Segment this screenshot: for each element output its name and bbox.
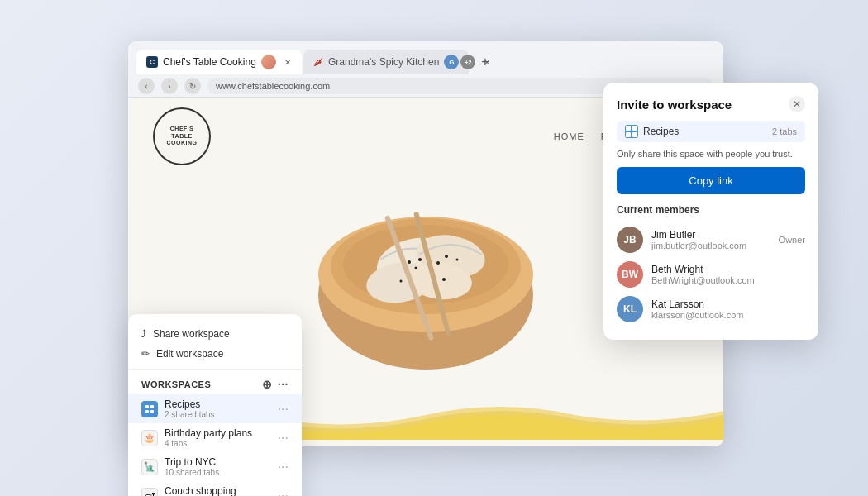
tab-grandmas-kitchen[interactable]: 🌶 Grandma's Spicy Kitchen G +2 ✕ [303,50,469,74]
svg-rect-22 [626,126,631,131]
edit-workspace-icon: ✏ [141,348,150,360]
modal-title: Invite to workspace [617,98,732,112]
workspace-item-recipes[interactable]: Recipes 2 shared tabs ··· [128,394,302,423]
back-button[interactable]: ‹ [138,78,155,94]
member-item-jim: JB Jim Butler jim.butler@outlook.com Own… [617,222,805,257]
svg-rect-25 [632,132,637,137]
svg-point-8 [408,260,411,264]
member-avatar-jim: JB [617,227,643,253]
member-role-jim: Owner [779,235,805,245]
workspace-info-birthday: Birthday party plans 4 tabs [165,427,271,448]
workspaces-header-actions: ⊕ ··· [262,378,289,391]
member-name-beth: Beth Wright [651,264,805,275]
member-info-kat: Kat Larsson klarsson@outlook.com [651,298,805,320]
workspace-name-recipes: Recipes [165,398,271,410]
svg-point-11 [445,255,448,258]
member-email-jim: jim.butler@outlook.com [651,241,770,250]
workspace-tabs-nyc: 10 shared tabs [165,468,271,477]
workspace-tabs-recipes: 2 shared tabs [165,410,271,419]
member-name-kat: Kat Larsson [651,298,805,310]
chefs-table-tab-close[interactable]: ✕ [284,56,292,68]
svg-point-9 [418,258,422,261]
members-section-title: Current members [617,204,805,216]
member-avatar-beth: BW [617,261,643,288]
workspace-dot-birthday: 🎂 [141,430,158,446]
member-name-jim: Jim Butler [651,229,770,241]
member-email-beth: BethWright@outlook.com [651,275,805,285]
workspace-item-nyc[interactable]: 🗽 Trip to NYC 10 shared tabs ··· [128,452,302,481]
workspace-tabs-birthday: 4 tabs [165,439,271,448]
grandmas-avatar-group: G +2 [444,55,475,69]
svg-point-15 [442,278,446,281]
svg-rect-24 [626,132,631,137]
member-item-kat: KL Kat Larsson klarsson@outlook.com [617,292,805,327]
workspace-dot-couch: 🛋 [141,488,158,497]
svg-rect-18 [145,405,149,408]
svg-rect-20 [145,410,149,413]
workspaces-section-title: Workspaces [141,379,211,389]
svg-rect-19 [150,405,154,408]
workspace-tag-name: Recipes [643,126,679,137]
share-workspace-icon: ⤴ [141,328,146,340]
modal-workspace-tag: Recipes 2 tabs [617,121,805,142]
svg-rect-23 [632,126,637,131]
svg-point-14 [400,280,403,283]
modal-header: Invite to workspace ✕ [617,96,805,112]
workspace-dot-nyc: 🗽 [141,459,158,475]
edit-workspace-item[interactable]: ✏ Edit workspace [128,344,302,364]
workspace-tag-icon [625,125,638,138]
svg-rect-21 [150,410,154,413]
dumpling-bowl-illustration [269,175,583,390]
workspace-info-recipes: Recipes 2 shared tabs [165,398,271,419]
svg-point-12 [456,259,459,261]
member-avatar-kat: KL [617,296,643,322]
workspace-info-nyc: Trip to NYC 10 shared tabs [165,456,271,477]
workspace-more-nyc[interactable]: ··· [278,460,289,474]
edit-workspace-label: Edit workspace [156,348,223,360]
chefs-table-tab-avatar [261,55,276,69]
tab-avatar-1: G [444,55,459,69]
workspace-name-birthday: Birthday party plans [165,427,271,439]
chili-favicon-icon: 🌶 [313,56,323,68]
workspace-more-birthday[interactable]: ··· [278,432,289,445]
workspace-info-couch: Couch shopping 8 tabs [165,485,271,496]
refresh-button[interactable]: ↻ [184,78,201,94]
svg-point-13 [436,261,440,265]
member-email-kat: klarsson@outlook.com [651,310,805,320]
modal-warning: Only share this space with people you tr… [617,149,805,159]
workspace-dot-recipes [141,401,158,417]
share-workspace-item[interactable]: ⤴ Share workspace [128,324,302,344]
member-info-jim: Jim Butler jim.butler@outlook.com [651,229,770,250]
invite-modal: Invite to workspace ✕ Recipes 2 tabs Onl… [603,83,818,340]
address-text: www.chefstablecooking.com [216,81,330,91]
sidebar-panel: ⤴ Share workspace ✏ Edit workspace Works… [128,314,302,496]
member-item-beth: BW Beth Wright BethWright@outlook.com [617,257,805,292]
nav-home[interactable]: HOME [554,131,584,141]
workspaces-header: Workspaces ⊕ ··· [128,374,302,394]
workspace-item-couch[interactable]: 🛋 Couch shopping 8 tabs ··· [128,481,302,496]
workspace-item-birthday[interactable]: 🎂 Birthday party plans 4 tabs ··· [128,423,302,452]
workspace-more-icon[interactable]: ··· [278,378,289,391]
forward-button[interactable]: › [161,78,178,94]
browser-tabs: C Chef's Table Cooking ✕ 🌶 Grandma's Spi… [128,41,723,74]
workspace-more-recipes[interactable]: ··· [278,403,289,416]
copy-link-button[interactable]: Copy link [617,167,805,194]
workspace-name-nyc: Trip to NYC [165,456,271,468]
sidebar-divider [128,369,302,370]
share-workspace-label: Share workspace [153,328,230,340]
tab-chefs-table[interactable]: C Chef's Table Cooking ✕ [136,50,302,74]
workspace-tag-count: 2 tabs [772,126,797,136]
svg-point-10 [415,267,417,269]
new-tab-button[interactable]: + [474,50,497,74]
member-info-beth: Beth Wright BethWright@outlook.com [651,264,805,285]
add-workspace-icon[interactable]: ⊕ [262,378,273,391]
grandmas-kitchen-tab-label: Grandma's Spicy Kitchen [328,56,439,68]
site-logo: Chef'sTableCooking [153,107,211,165]
chefs-table-tab-label: Chef's Table Cooking [163,56,256,68]
modal-close-button[interactable]: ✕ [789,96,805,112]
chefs-table-favicon: C [146,56,158,68]
workspace-name-couch: Couch shopping [165,485,271,496]
workspace-more-couch[interactable]: ··· [278,489,289,497]
